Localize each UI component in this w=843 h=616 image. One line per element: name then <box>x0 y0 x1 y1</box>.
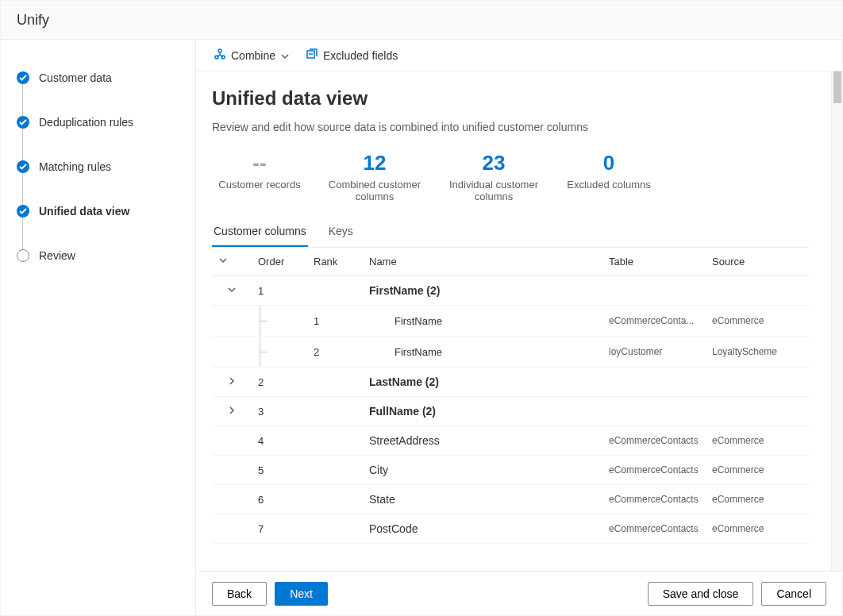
stat-label: Customer records <box>212 179 307 191</box>
stat-card: --Customer records <box>212 151 307 202</box>
cell-source <box>706 276 809 306</box>
cell-table: eCommerceContacts <box>602 426 706 456</box>
column-header-rank[interactable]: Rank <box>307 248 363 276</box>
cell-source <box>706 368 809 397</box>
wizard-sidebar: Customer dataDeduplication rulesMatching… <box>1 40 195 615</box>
cell-source: eCommerce <box>706 514 809 544</box>
excluded-fields-label: Excluded fields <box>323 49 398 62</box>
table-row[interactable]: 3FullName (2) <box>212 397 809 426</box>
stat-label: Individual customer columns <box>442 179 545 202</box>
app-title: Unify <box>17 12 49 29</box>
cell-order: 7 <box>252 514 307 544</box>
table-row[interactable]: 5CityeCommerceContactseCommerce <box>212 456 809 485</box>
stat-card: 12Combined customer columns <box>323 151 426 202</box>
combine-button[interactable]: Combine <box>212 44 291 66</box>
checkmark-icon <box>17 116 29 129</box>
checkmark-icon <box>17 71 29 84</box>
cell-table: eCommerceContacts <box>602 485 706 514</box>
cell-name: State <box>363 485 602 514</box>
checkmark-icon <box>17 205 29 218</box>
cell-source: eCommerce <box>706 485 809 514</box>
wizard-step[interactable]: Deduplication rules <box>17 116 195 129</box>
cell-order: 2 <box>252 368 307 397</box>
tab-customer-columns[interactable]: Customer columns <box>212 217 308 247</box>
tabs: Customer columns Keys <box>212 217 809 248</box>
step-label: Unified data view <box>39 205 129 218</box>
combine-label: Combine <box>231 49 275 62</box>
cell-order: 5 <box>252 456 307 485</box>
cell-source: eCommerce <box>706 426 809 456</box>
step-label: Review <box>39 249 75 262</box>
cell-table: loyCustomer <box>602 337 706 368</box>
stats-row: --Customer records12Combined customer co… <box>212 151 809 202</box>
wizard-step[interactable]: Review <box>17 249 195 262</box>
table-row[interactable]: 4StreetAddresseCommerceContactseCommerce <box>212 426 809 456</box>
wizard-step[interactable]: Customer data <box>17 71 195 84</box>
cell-table: eCommerceContacts <box>602 456 706 485</box>
wizard-step[interactable]: Matching rules <box>17 160 195 173</box>
chevron-down-icon[interactable] <box>218 256 228 265</box>
table-row[interactable]: 7PostCodeeCommerceContactseCommerce <box>212 514 809 544</box>
cell-rank <box>307 426 363 456</box>
back-button[interactable]: Back <box>212 582 267 606</box>
cell-name: City <box>363 456 602 485</box>
cell-order: 1 <box>252 276 307 306</box>
column-header-name[interactable]: Name <box>363 248 602 276</box>
table-row[interactable]: 1FirstName (2) <box>212 276 809 306</box>
tab-keys[interactable]: Keys <box>327 217 355 247</box>
cell-source <box>706 397 809 426</box>
cell-rank <box>307 514 363 544</box>
command-bar: Combine Excluded fields <box>196 40 842 71</box>
cell-rank: 2 <box>307 337 363 368</box>
stat-card: 23Individual customer columns <box>442 151 545 202</box>
wizard-step[interactable]: Unified data view <box>17 205 195 218</box>
cell-source: eCommerce <box>706 306 809 337</box>
chevron-right-icon[interactable] <box>227 406 237 415</box>
cell-name: FirstName <box>363 306 602 337</box>
cell-order: 4 <box>252 426 307 456</box>
table-row[interactable]: 2LastName (2) <box>212 368 809 397</box>
scrollbar-thumb[interactable] <box>833 71 841 103</box>
cell-name: FullName (2) <box>363 397 602 426</box>
column-header-order[interactable]: Order <box>252 248 307 276</box>
cell-rank: 1 <box>307 306 363 337</box>
column-header-source[interactable]: Source <box>706 248 809 276</box>
next-button[interactable]: Next <box>275 582 328 606</box>
cancel-button[interactable]: Cancel <box>761 582 826 606</box>
cell-name: LastName (2) <box>363 368 602 397</box>
svg-point-2 <box>218 49 221 52</box>
step-label: Deduplication rules <box>39 116 133 129</box>
cell-source: LoyaltyScheme <box>706 337 809 368</box>
table-row[interactable]: 6StateeCommerceContactseCommerce <box>212 485 809 514</box>
cell-table: eCommerceContacts <box>602 514 706 544</box>
cell-table <box>602 397 706 426</box>
cell-rank <box>307 456 363 485</box>
page-description: Review and edit how source data is combi… <box>212 121 809 133</box>
cell-name: FirstName <box>363 337 602 368</box>
cell-order: 6 <box>252 485 307 514</box>
chevron-down-icon <box>280 51 290 60</box>
page-title: Unified data view <box>212 87 809 110</box>
cell-table <box>602 276 706 306</box>
cell-name: PostCode <box>363 514 602 544</box>
cell-table: eCommerceConta... <box>602 306 706 337</box>
cell-name: FirstName (2) <box>363 276 602 306</box>
table-row[interactable]: 2FirstNameloyCustomerLoyaltyScheme <box>212 337 809 368</box>
chevron-down-icon[interactable] <box>227 285 237 295</box>
save-and-close-button[interactable]: Save and close <box>648 582 754 606</box>
checkmark-icon <box>17 160 29 173</box>
cell-table <box>602 368 706 397</box>
excluded-fields-icon <box>306 48 318 63</box>
excluded-fields-button[interactable]: Excluded fields <box>304 44 399 66</box>
stat-value: 12 <box>323 151 426 175</box>
cell-name: StreetAddress <box>363 426 602 456</box>
columns-table: Order Rank Name Table Source 1FirstName … <box>212 248 809 544</box>
scrollbar[interactable] <box>831 71 842 571</box>
circle-icon <box>17 249 29 262</box>
column-header-table[interactable]: Table <box>602 248 706 276</box>
table-row[interactable]: 1FirstNameeCommerceConta...eCommerce <box>212 306 809 337</box>
cell-rank <box>307 276 363 306</box>
cell-source: eCommerce <box>706 456 809 485</box>
stat-label: Combined customer columns <box>323 179 426 202</box>
chevron-right-icon[interactable] <box>227 376 237 386</box>
